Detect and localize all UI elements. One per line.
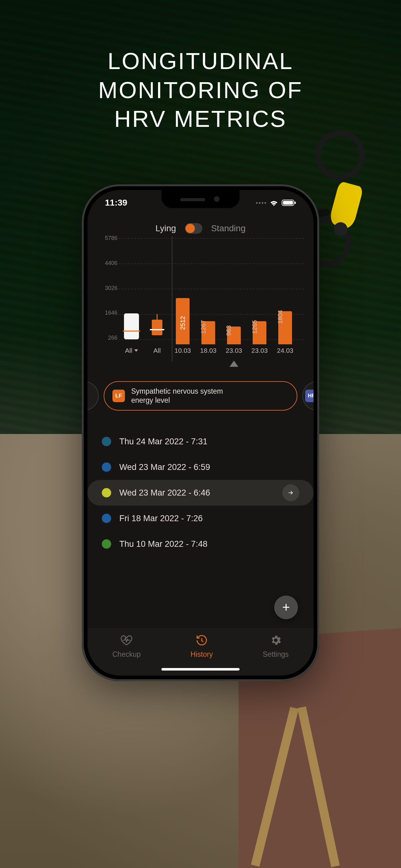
home-indicator[interactable]	[162, 668, 239, 671]
tab-bar: Checkup History Settings	[88, 629, 313, 676]
bar-column[interactable]: 1267	[196, 238, 221, 344]
status-time: 11:39	[105, 198, 127, 208]
chart-plot-area[interactable]: 2512126796312651804	[119, 238, 304, 344]
svg-rect-1	[283, 201, 293, 205]
lf-badge-icon: LF	[112, 390, 125, 402]
x-label[interactable]: 10.03	[170, 347, 196, 354]
x-label-summary[interactable]: All	[144, 347, 170, 354]
history-row[interactable]: Thu 10 Mar 2022 - 7:48	[88, 531, 313, 557]
wifi-icon	[269, 199, 278, 206]
bar: 1804	[278, 311, 292, 344]
history-row[interactable]: Wed 23 Mar 2022 - 6:46	[88, 480, 313, 505]
history-list: Thu 24 Mar 2022 - 7:31Wed 23 Mar 2022 - …	[88, 429, 313, 557]
history-row[interactable]: Wed 23 Mar 2022 - 6:59	[88, 454, 313, 480]
history-row-label: Fri 18 Mar 2022 - 7:26	[119, 514, 203, 523]
hrv-chart: 5786440630261646266 2512126796312651804 …	[97, 238, 304, 366]
x-label[interactable]: 24.03	[272, 347, 298, 354]
y-tick: 266	[97, 335, 118, 341]
history-row[interactable]: Thu 24 Mar 2022 - 7:31	[88, 429, 313, 454]
svg-rect-2	[295, 202, 296, 204]
x-label[interactable]: 23.03	[221, 347, 247, 354]
device-notch	[162, 190, 239, 208]
y-tick: 5786	[97, 235, 118, 242]
bar-value-label: 2512	[179, 316, 187, 330]
headline-line3: HRV METRICS	[0, 105, 401, 134]
phone-device-frame: 11:39 Lying	[82, 184, 319, 681]
status-dot-icon	[102, 488, 111, 497]
promo-headline: LONGITUDINAL MONITORING OF HRV METRICS	[0, 47, 401, 134]
posture-lying-label[interactable]: Lying	[156, 223, 176, 234]
x-label-summary[interactable]: All	[119, 347, 144, 354]
add-button[interactable]: +	[274, 595, 298, 619]
summary-box-white	[124, 313, 139, 339]
summary-box-orange	[152, 320, 162, 335]
metric-selector: LF Sympathetic nervous system energy lev…	[88, 366, 313, 416]
heart-icon	[120, 634, 133, 648]
bar-value-label: 963	[225, 325, 232, 336]
selected-marker-icon	[230, 361, 238, 367]
history-row-label: Wed 23 Mar 2022 - 6:59	[119, 462, 210, 472]
chart-x-axis: AllAll10.0318.0323.0323.0324.03	[119, 347, 304, 354]
tab-history[interactable]: History	[191, 634, 213, 659]
hf-badge-icon: HF	[305, 390, 313, 402]
bar-column[interactable]: 1265	[247, 238, 272, 344]
x-label[interactable]: 23.03	[247, 347, 272, 354]
bar-value-label: 1265	[251, 320, 258, 334]
bar: 963	[227, 327, 241, 344]
metric-next-button[interactable]: HF	[302, 381, 313, 410]
bar-column[interactable]: 1804	[272, 238, 298, 344]
bar: 1265	[253, 321, 266, 344]
x-label[interactable]: 18.03	[196, 347, 221, 354]
tab-settings-label: Settings	[263, 650, 289, 659]
bar-value-label: 1267	[200, 320, 207, 334]
posture-standing-label[interactable]: Standing	[211, 223, 246, 234]
bar-value-label: 1804	[276, 310, 283, 324]
history-row[interactable]: Fri 18 Mar 2022 - 7:26	[88, 505, 313, 531]
history-row-label: Thu 24 Mar 2022 - 7:31	[119, 437, 207, 446]
cell-signal-icon	[256, 202, 266, 204]
headline-line1: LONGITUDINAL	[0, 47, 401, 76]
metric-current[interactable]: LF Sympathetic nervous system energy lev…	[104, 381, 297, 410]
status-dot-icon	[102, 514, 111, 523]
promo-background: LONGITUDINAL MONITORING OF HRV METRICS 1…	[0, 0, 401, 868]
y-tick: 1646	[97, 310, 118, 316]
bar: 1267	[201, 321, 215, 344]
bar: 2512	[176, 298, 190, 344]
arrow-right-icon[interactable]	[282, 484, 299, 501]
posture-toggle[interactable]	[185, 223, 202, 234]
summary-column[interactable]	[144, 238, 170, 344]
chevron-down-icon	[134, 349, 138, 352]
metric-title-1: Sympathetic nervous system	[131, 387, 223, 396]
status-dot-icon	[102, 539, 111, 549]
history-row-label: Wed 23 Mar 2022 - 6:46	[119, 488, 210, 498]
app-screen: 11:39 Lying	[88, 190, 313, 676]
tab-history-label: History	[191, 650, 213, 659]
history-row-label: Thu 10 Mar 2022 - 7:48	[119, 539, 207, 549]
status-dot-icon	[102, 437, 111, 446]
y-tick: 3026	[97, 285, 118, 291]
tab-checkup-label: Checkup	[112, 650, 141, 659]
y-tick: 4406	[97, 260, 118, 266]
battery-icon	[282, 199, 296, 206]
chart-y-axis: 5786440630261646266	[97, 238, 118, 344]
bar-column[interactable]: 963	[221, 238, 247, 344]
history-icon	[196, 634, 208, 648]
tab-settings[interactable]: Settings	[263, 634, 289, 659]
bar-column[interactable]: 2512	[170, 238, 196, 344]
headline-line2: MONITORING OF	[0, 76, 401, 105]
gear-icon	[269, 634, 282, 648]
summary-column[interactable]	[119, 238, 144, 344]
metric-prev-button[interactable]	[88, 381, 99, 410]
posture-toggle-row: Lying Standing	[88, 221, 313, 238]
metric-title-2: energy level	[131, 396, 223, 405]
tab-checkup[interactable]: Checkup	[112, 634, 141, 659]
status-dot-icon	[102, 462, 111, 472]
